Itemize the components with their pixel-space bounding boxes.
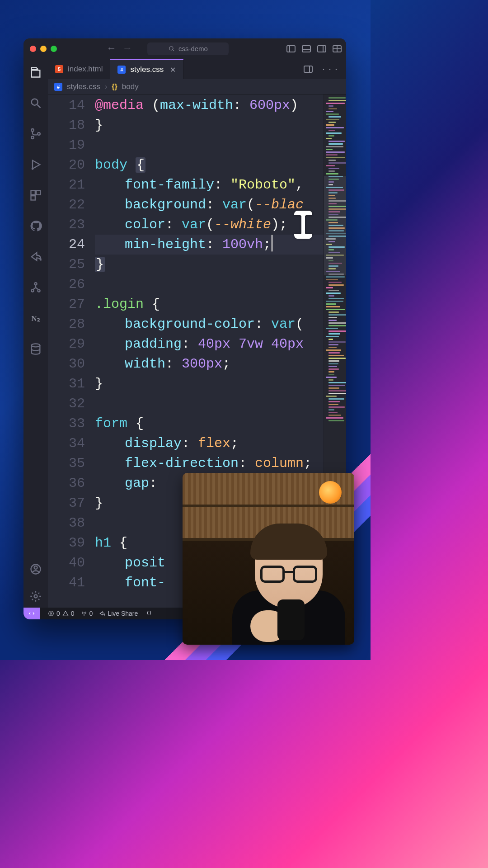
nav-forward-button[interactable]: →	[124, 44, 130, 54]
toggle-panel-icon[interactable]	[302, 45, 311, 52]
breadcrumb[interactable]: # styles.css › {} body	[48, 79, 346, 94]
breadcrumb-symbol: body	[122, 82, 139, 91]
activity-share[interactable]	[29, 250, 42, 264]
minimap-viewport[interactable]	[324, 176, 346, 275]
svg-point-3	[38, 132, 40, 135]
editor-more-actions[interactable]: ···	[321, 64, 340, 75]
svg-point-2	[31, 136, 34, 139]
svg-point-11	[32, 344, 40, 347]
command-center-search[interactable]: css-demo	[147, 42, 229, 55]
error-icon	[48, 610, 54, 617]
warning-icon	[62, 610, 69, 617]
window-controls	[28, 46, 60, 52]
svg-point-1	[31, 129, 34, 132]
toggle-sidebar-left-icon[interactable]	[286, 45, 296, 52]
close-tab-button[interactable]: ✕	[170, 66, 176, 74]
svg-point-0	[32, 99, 38, 105]
activity-github[interactable]	[29, 219, 42, 233]
customize-layout-icon[interactable]	[333, 45, 342, 52]
search-text: css-demo	[178, 45, 208, 52]
minimize-window-button[interactable]	[40, 46, 47, 52]
svg-point-13	[34, 566, 38, 569]
svg-point-8	[34, 283, 37, 285]
problems-indicator[interactable]: 0 0	[48, 610, 75, 617]
activity-tree[interactable]	[29, 281, 42, 294]
tab-index-html[interactable]: 5 index.html	[48, 59, 110, 79]
bracket-icon	[146, 610, 152, 617]
html-file-icon: 5	[55, 65, 63, 73]
close-window-button[interactable]	[30, 46, 36, 52]
activity-run-debug[interactable]	[29, 158, 42, 171]
person-silhouette	[223, 518, 341, 645]
titlebar: ← → css-demo	[23, 38, 346, 59]
nav-back-button[interactable]: ←	[108, 44, 114, 54]
remote-indicator[interactable]	[23, 608, 40, 619]
maximize-window-button[interactable]	[51, 46, 57, 52]
titlebar-layout-controls	[286, 45, 342, 52]
live-share-icon	[99, 610, 105, 617]
ports-indicator[interactable]: 0	[81, 610, 93, 617]
css-file-icon: #	[54, 83, 62, 91]
editor-tabs: 5 index.html # styles.css ✕ ···	[48, 59, 346, 79]
nav-arrows: ← →	[108, 44, 130, 54]
svg-rect-7	[31, 196, 35, 200]
activity-extensions[interactable]	[29, 189, 42, 202]
activity-explorer[interactable]	[29, 66, 42, 79]
activity-search[interactable]	[29, 96, 42, 110]
css-file-icon: #	[117, 66, 126, 74]
tab-label: styles.css	[130, 65, 164, 74]
activity-accounts[interactable]	[29, 562, 42, 576]
svg-point-4	[32, 168, 34, 170]
activity-settings[interactable]	[29, 590, 42, 603]
activity-database[interactable]	[29, 342, 42, 356]
antenna-icon	[81, 610, 87, 617]
webcam-overlay	[183, 473, 354, 645]
toggle-sidebar-right-icon[interactable]	[317, 45, 326, 52]
css-rule-icon: {}	[112, 83, 117, 91]
activity-bar: N₂	[23, 59, 48, 608]
svg-point-16	[83, 612, 84, 613]
status-extra[interactable]	[146, 610, 152, 617]
svg-point-14	[34, 595, 38, 598]
activity-source-control[interactable]	[29, 127, 42, 141]
svg-rect-6	[36, 191, 40, 195]
lamp-decoration	[319, 481, 342, 504]
svg-rect-5	[31, 191, 35, 195]
line-number-gutter: 1418192021222324252627282930313233343536…	[48, 94, 95, 608]
activity-n2[interactable]: N₂	[29, 311, 42, 325]
chevron-right-icon: ›	[105, 82, 108, 91]
tab-label: index.html	[68, 65, 103, 74]
breadcrumb-file: styles.css	[67, 82, 100, 91]
tab-styles-css[interactable]: # styles.css ✕	[110, 59, 183, 79]
live-share-button[interactable]: Live Share	[99, 610, 138, 617]
search-icon	[169, 46, 175, 52]
split-editor-icon[interactable]	[304, 66, 313, 73]
